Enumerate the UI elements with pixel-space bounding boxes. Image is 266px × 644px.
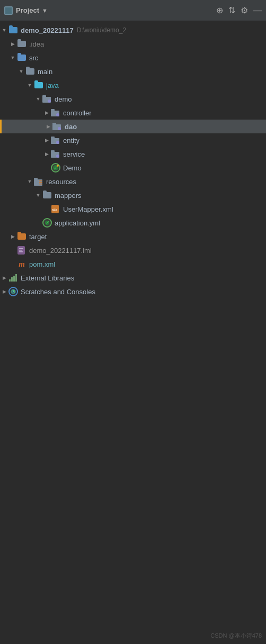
dao-folder-icon [52,122,62,131]
toolbar: Project ▼ ⊕ ⇅ ⚙ — [0,0,266,21]
iml-label: demo_20221117.iml [29,247,92,255]
tree-item-main[interactable]: main [0,65,266,78]
svg-rect-36 [15,274,17,282]
tree-item-demo[interactable]: demo [0,92,266,106]
svg-rect-1 [42,95,46,97]
mappers-chevron [34,193,42,198]
svg-rect-30 [19,248,23,249]
svg-rect-7 [52,123,56,125]
demo-class-label: Demo [63,164,82,172]
tree-item-service[interactable]: service [0,147,266,161]
svg-rect-23 [39,184,42,185]
tree-item-dao[interactable]: dao [0,120,266,133]
ext-lib-label: External Libraries [21,274,74,282]
svg-text:</>: </> [52,208,57,212]
svg-rect-13 [51,150,55,152]
entity-label: entity [63,137,79,144]
toolbar-title-text: Project [16,6,39,14]
tree-item-resources[interactable]: resources [0,175,266,188]
scratches-chevron [0,289,8,294]
collapse-button[interactable]: ⇅ [228,6,235,15]
entity-chevron [42,138,51,143]
watermark: CSDN @巫小诗478 [210,632,262,640]
controller-chevron [42,110,51,115]
svg-rect-20 [34,178,38,180]
tree-item-iml[interactable]: demo_20221117.iml [0,243,266,257]
tree-item-idea[interactable]: .idea [0,37,266,51]
dao-chevron [44,124,52,129]
tree-item-demo-class[interactable]: Demo [0,161,266,175]
tree-item-target[interactable]: target [0,230,266,243]
target-label: target [29,233,47,241]
svg-point-11 [56,141,59,144]
resources-folder-icon [34,177,43,186]
target-chevron [8,234,17,239]
pom-label: pom.xml [29,260,55,268]
svg-rect-10 [51,137,55,139]
scratches-label: Scratches and Consoles [21,288,95,296]
service-folder-icon [51,149,60,159]
project-panel-icon [4,6,13,15]
service-label: service [63,150,85,158]
root-path: D:\woniu\demo_2 [77,26,126,34]
svg-point-2 [48,99,51,103]
svg-point-14 [56,155,59,158]
svg-rect-22 [39,182,42,183]
mappers-folder-icon [42,191,52,200]
tree-item-pom[interactable]: m pom.xml [0,257,266,271]
main-label: main [38,68,52,76]
settings-button[interactable]: ⚙ [241,6,248,15]
tree-item-usermapper[interactable]: </> UserMapper.xml [0,202,266,216]
svg-rect-35 [13,276,15,282]
toolbar-actions: ⊕ ⇅ ⚙ — [216,6,262,15]
target-folder-icon [17,232,26,241]
svg-point-5 [56,113,59,116]
minimize-button[interactable]: — [253,6,262,15]
pom-file-icon: m [17,259,26,269]
ext-lib-icon [8,273,18,283]
java-chevron [25,83,34,88]
svg-rect-4 [51,109,55,111]
java-folder-icon [34,80,43,90]
main-folder-icon [25,67,35,76]
root-label: demo_20221117 [21,26,74,34]
usermapper-label: UserMapper.xml [63,205,113,213]
tree-item-java[interactable]: java [0,78,266,92]
controller-label: controller [63,109,91,117]
tree-item-mappers[interactable]: mappers [0,188,266,202]
project-tree: demo_20221117 D:\woniu\demo_2 .idea src … [0,21,266,301]
svg-rect-34 [11,277,13,282]
tree-item-entity[interactable]: entity [0,133,266,147]
toolbar-dropdown-chevron[interactable]: ▼ [42,7,48,14]
tree-item-controller[interactable]: controller [0,106,266,120]
iml-file-icon [17,246,26,255]
src-label: src [29,54,38,62]
svg-rect-32 [19,251,23,252]
application-yml-icon [42,218,52,228]
java-label: java [46,81,59,89]
mappers-label: mappers [55,192,82,199]
root-folder-icon [8,25,18,35]
idea-chevron [8,41,17,47]
add-button[interactable]: ⊕ [216,6,223,15]
resources-label: resources [46,178,76,186]
demo-label: demo [55,95,72,103]
svg-rect-33 [9,279,11,282]
demo-class-icon [51,163,60,173]
tree-item-src[interactable]: src [0,51,266,65]
tree-item-root[interactable]: demo_20221117 D:\woniu\demo_2 [0,23,266,37]
demo-chevron [34,96,42,102]
src-chevron [8,55,17,60]
toolbar-title: Project ▼ [16,6,213,14]
svg-rect-31 [19,250,22,251]
src-folder-icon [17,53,26,62]
scratches-icon [8,287,18,296]
tree-item-application-yml[interactable]: application.yml [0,216,266,230]
main-chevron [17,69,25,74]
tree-item-external-libraries[interactable]: External Libraries [0,271,266,285]
root-chevron [0,28,8,33]
demo-folder-icon [42,94,52,104]
tree-item-scratches[interactable]: Scratches and Consoles [0,285,266,298]
ext-lib-chevron [0,275,8,280]
controller-folder-icon [51,108,60,117]
